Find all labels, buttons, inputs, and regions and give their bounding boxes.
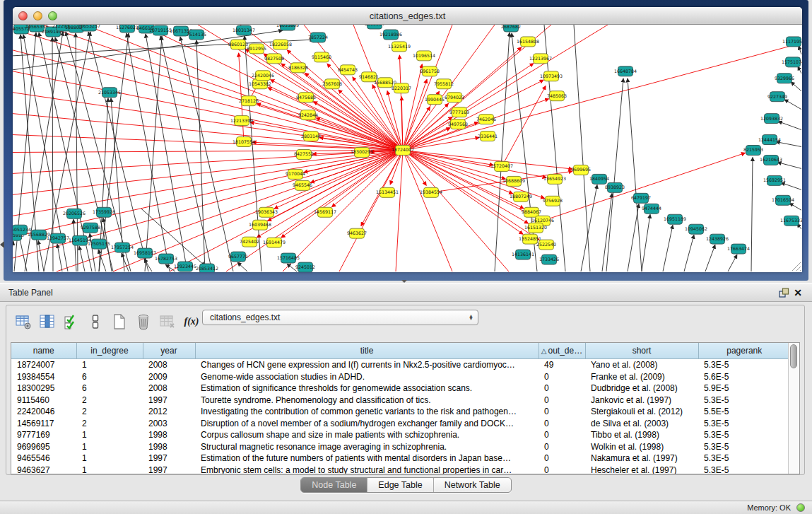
graph-node[interactable]: 17359928 (93, 207, 115, 217)
table-row[interactable]: 946554611997Estimation of the future num… (11, 452, 788, 465)
column-header-in_degree[interactable]: in_degree (76, 343, 143, 359)
table-scrollbar[interactable] (788, 343, 799, 474)
graph-node[interactable]: 15276021 (116, 25, 139, 33)
table-row[interactable]: 1872400712008Changes of HCN gene express… (11, 359, 788, 371)
graph-edge[interactable] (777, 162, 801, 168)
graph-node[interactable]: 9777169 (449, 107, 469, 117)
graph-edge[interactable] (728, 255, 737, 271)
graph-node[interactable]: 14136141 (512, 250, 534, 259)
graph-node[interactable]: 16151320 (524, 223, 547, 233)
graph-node[interactable]: 10688609 (502, 176, 525, 186)
graph-node[interactable]: 17663474 (727, 244, 750, 254)
graph-node[interactable]: 20853412 (196, 264, 218, 272)
graph-node[interactable]: 8938923 (605, 182, 625, 192)
graph-node[interactable]: 8427552 (294, 149, 314, 159)
table-row[interactable]: 1830029562008Estimation of significance … (11, 382, 788, 395)
graph-node[interactable]: 20206526 (63, 209, 86, 218)
table-selector-dropdown[interactable]: citations_edges.txt ▲▼ (202, 310, 478, 325)
graph-node[interactable]: 16951189 (664, 214, 686, 224)
graph-node[interactable]: 7485063 (547, 91, 567, 101)
graph-node[interactable]: 18807249 (510, 192, 532, 201)
table-row[interactable]: 946362711997Embryonic stem cells: a mode… (11, 465, 788, 474)
graph-edge[interactable] (38, 240, 44, 271)
close-panel-button[interactable]: ✕ (791, 286, 805, 299)
graph-node[interactable]: 16914479 (263, 238, 286, 247)
column-header-pagerank[interactable]: pagerank (698, 343, 788, 359)
graph-node[interactable]: 14569117 (314, 207, 336, 217)
column-header-name[interactable]: name (11, 343, 76, 359)
graph-node[interactable]: 13654923 (543, 174, 566, 184)
table-row[interactable]: 1938455462009Genome-wide association stu… (11, 371, 788, 383)
graph-node[interactable]: 11171953 (782, 37, 802, 47)
graph-edge[interactable] (122, 253, 129, 271)
graph-node[interactable]: 13942757 (47, 233, 69, 243)
graph-edge[interactable] (160, 36, 212, 271)
node-table-grid[interactable]: namein_degreeyeartitle△out_de…shortpager… (11, 343, 788, 474)
scrollbar-thumb[interactable] (790, 344, 797, 368)
graph-edge[interactable] (606, 78, 623, 271)
graph-node[interactable]: 15716485 (277, 253, 300, 263)
graph-node[interactable]: 2522540 (536, 240, 556, 250)
graph-edge[interactable] (705, 245, 715, 271)
graph-node[interactable]: 11325419 (388, 42, 411, 52)
graph-node[interactable]: 15692951 (763, 175, 786, 185)
graph-edge[interactable] (99, 33, 129, 271)
graph-node[interactable]: 9756928 (543, 196, 563, 206)
graph-node[interactable]: 8475685 (296, 93, 316, 103)
select-columns-icon[interactable] (61, 312, 81, 332)
graph-edge[interactable] (180, 37, 233, 271)
graph-node[interactable]: 9474444 (642, 204, 661, 214)
graph-node[interactable]: 9465546 (293, 180, 312, 190)
graph-edge[interactable] (196, 40, 205, 271)
table-row[interactable]: 969969511998Structural magnetic resonanc… (11, 441, 788, 453)
graph-node[interactable]: 9245012 (295, 262, 315, 272)
graph-edge[interactable] (798, 66, 801, 74)
graph-node[interactable]: 7462046 (476, 115, 496, 124)
graph-node[interactable]: 12923445 (174, 262, 196, 271)
graph-edge[interactable] (79, 246, 85, 271)
graph-edge[interactable] (281, 64, 403, 151)
graph-node[interactable]: 1733426 (539, 255, 559, 264)
graph-edge[interactable] (403, 150, 452, 271)
row-height-icon[interactable] (86, 312, 105, 332)
graph-node[interactable]: 6479197 (631, 193, 651, 203)
graph-node[interactable]: 7514135 (187, 30, 206, 40)
graph-edge[interactable] (789, 203, 801, 210)
graph-node[interactable]: 10196514 (413, 51, 435, 61)
table-row[interactable]: 2242004622012Investigating the contribut… (11, 406, 788, 418)
graph-edge[interactable] (602, 193, 612, 271)
graph-edge[interactable] (751, 157, 753, 271)
graph-edge[interactable] (784, 100, 801, 110)
graph-edge[interactable] (403, 150, 513, 193)
graph-node[interactable]: 12213399 (230, 116, 253, 126)
graph-node[interactable]: 19218986 (379, 30, 402, 40)
graph-node[interactable]: 16033809 (276, 25, 299, 30)
graph-node[interactable]: 18107554 (233, 137, 255, 147)
graph-edge[interactable] (19, 235, 27, 271)
graph-edge[interactable] (628, 78, 642, 271)
graph-edge[interactable] (399, 55, 403, 151)
column-header-out_de[interactable]: △out_de… (539, 343, 585, 359)
graph-node[interactable]: 8215953 (743, 146, 763, 156)
graph-node[interactable]: 6794023 (445, 93, 464, 103)
network-canvas[interactable]: 8860123891295518226058982750881863281054… (13, 25, 802, 272)
graph-node[interactable]: 1990445 (425, 95, 445, 105)
graph-node[interactable]: 16210643 (760, 155, 782, 165)
graph-node[interactable]: 11675333 (780, 216, 802, 226)
graph-node[interactable]: 9115460 (312, 52, 331, 62)
graph-node[interactable]: 9242844 (298, 110, 318, 120)
table-row[interactable]: 1456911722003Disruption of a novel membe… (11, 418, 788, 430)
graph-node[interactable]: 6961758 (420, 66, 440, 76)
graph-node[interactable]: 19384554 (420, 187, 442, 197)
graph-node[interactable]: 2687682 (501, 25, 521, 32)
graph-edge[interactable] (642, 214, 650, 271)
graph-edge[interactable] (684, 235, 694, 271)
graph-node[interactable]: 7955812 (434, 79, 454, 89)
graph-edge[interactable] (13, 150, 403, 173)
graph-node[interactable]: 9657771 (228, 252, 248, 262)
tab-node-table[interactable]: Node Table (301, 478, 367, 492)
graph-node[interactable]: 7425402 (240, 237, 259, 247)
graph-edge[interactable] (13, 150, 403, 152)
function-builder-icon[interactable]: f(x) (182, 312, 201, 332)
graph-edge[interactable] (57, 244, 62, 271)
